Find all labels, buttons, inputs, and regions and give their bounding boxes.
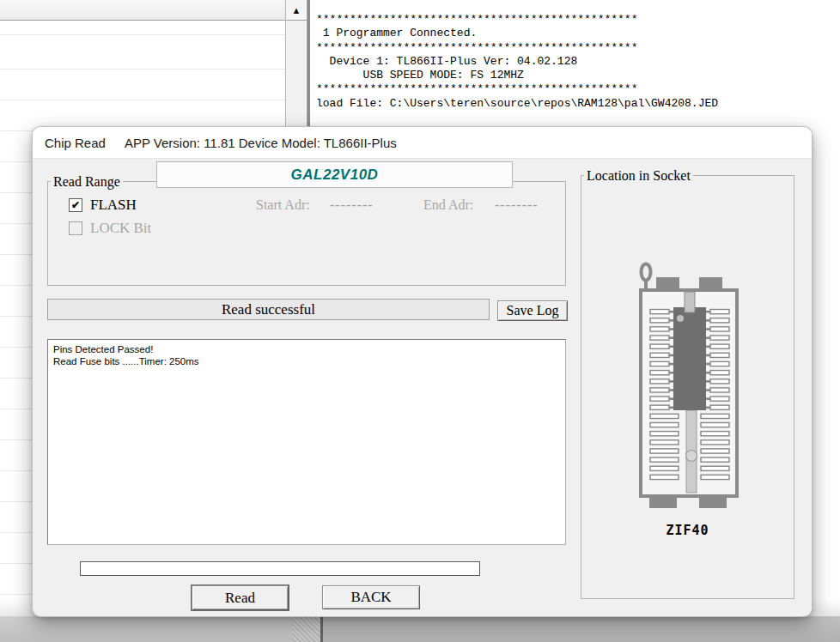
flash-checkbox[interactable]: ✔: [69, 198, 82, 212]
zif-socket-svg: [633, 258, 745, 516]
socket-pin: [701, 466, 729, 470]
log-output-area[interactable]: Pins Detected Passed! Read Fuse bits ...…: [47, 339, 566, 545]
console-line: USB SPEED MODE: FS 12MHZ: [316, 69, 840, 82]
socket-pin: [710, 344, 729, 348]
socket-pin: [710, 379, 729, 384]
socket-pin: [650, 414, 679, 418]
socket-pin: [650, 353, 669, 357]
dialog-app-info: APP Version: 11.81 Device Model: TL866II…: [125, 136, 397, 150]
lock-bit-checkbox: [69, 221, 82, 235]
socket-bottom-tab: [699, 496, 727, 508]
socket-lever-icon: [642, 264, 651, 281]
scroll-up-button[interactable]: ▲: [286, 0, 307, 21]
socket-pin: [650, 457, 679, 462]
chip-top-handle: [685, 292, 695, 312]
dialog-titlebar[interactable]: Chip Read APP Version: 11.81 Device Mode…: [33, 127, 812, 159]
read-range-legend: Read Range: [51, 174, 123, 190]
start-adr-value: --------: [330, 197, 374, 213]
socket-pin: [701, 457, 729, 462]
checkmark-icon: ✔: [71, 200, 80, 210]
location-legend: Location in Socket: [584, 168, 693, 184]
socket-pin: [710, 310, 729, 314]
socket-pin: [650, 405, 669, 409]
status-bar: Read successful: [47, 299, 490, 320]
socket-pin: [710, 327, 729, 331]
socket-pin: [710, 361, 729, 366]
socket-pin: [650, 361, 669, 366]
socket-pin: [650, 310, 669, 314]
socket-pin: [710, 397, 729, 401]
log-line: Read Fuse bits ......Timer: 250ms: [53, 355, 560, 367]
bottom-strip-left: [0, 616, 292, 642]
console-line: ****************************************…: [316, 82, 840, 96]
console-line: load File: C:\Users\teren\source\repos\R…: [316, 97, 840, 111]
lock-bit-checkbox-row: LOCK Bit: [69, 220, 151, 237]
location-in-socket-group: Location in Socket: [581, 175, 794, 599]
end-adr-label: End Adr:: [423, 197, 473, 213]
log-line: Pins Detected Passed!: [53, 343, 560, 355]
socket-pin: [650, 371, 669, 375]
scrollbar-corner-dither: [292, 616, 320, 642]
scroll-up-icon: ▲: [292, 5, 301, 15]
console-line: ****************************************…: [316, 13, 840, 27]
chip-read-dialog: Chip Read APP Version: 11.81 Device Mode…: [33, 127, 812, 616]
socket-pin: [650, 379, 669, 384]
socket-pin: [710, 353, 729, 357]
socket-top-tab: [699, 277, 722, 290]
console-line: ****************************************…: [316, 41, 840, 55]
socket-pin: [650, 449, 679, 453]
socket-pin: [650, 344, 669, 348]
socket-pin: [710, 388, 729, 392]
socket-bottom-tab: [649, 496, 677, 508]
socket-pin: [650, 432, 679, 436]
socket-pin: [650, 422, 679, 427]
back-button[interactable]: BACK: [322, 585, 420, 609]
progress-bar: [80, 561, 480, 576]
socket-pin: [710, 318, 729, 323]
socket-pin: [650, 327, 669, 331]
socket-pin: [701, 414, 729, 418]
inserted-chip: [673, 307, 706, 410]
read-range-group: Read Range ✔ FLASH LOCK Bit Start Adr: -…: [47, 181, 566, 286]
socket-pin: [710, 405, 729, 409]
socket-name-label: ZIF40: [581, 523, 794, 538]
read-button[interactable]: Read: [192, 585, 289, 610]
console-line: 1 Programmer Connected.: [316, 27, 840, 40]
socket-pin: [650, 440, 679, 445]
dialog-title: Chip Read: [45, 136, 106, 150]
dialog-body: GAL22V10D Read Range ✔ FLASH LOCK Bit St…: [33, 159, 812, 616]
chip-pin1-dot-icon: [677, 315, 684, 322]
socket-center-screw: [686, 451, 697, 462]
socket-pin: [650, 397, 669, 401]
console-line: Device 1: TL866II-Plus Ver: 04.02.128: [316, 55, 840, 69]
socket-pin: [650, 475, 679, 479]
socket-pin: [650, 388, 669, 392]
end-adr-value: --------: [495, 197, 539, 213]
start-adr-label: Start Adr:: [256, 197, 310, 213]
flash-checkbox-row: ✔ FLASH: [69, 197, 137, 214]
chip-name-tab: GAL22V10D: [156, 161, 513, 188]
bottom-strip-right: [323, 616, 840, 642]
socket-pin: [710, 371, 729, 375]
save-log-button[interactable]: Save Log: [497, 300, 568, 321]
socket-pin: [650, 466, 679, 470]
lock-bit-label: LOCK Bit: [90, 220, 151, 237]
socket-pin: [650, 318, 669, 323]
socket-pin: [701, 432, 729, 436]
socket-top-tab: [656, 277, 679, 290]
socket-pin: [701, 449, 729, 453]
socket-pin: [701, 440, 729, 445]
socket-pin: [701, 475, 729, 479]
socket-pin: [710, 336, 729, 340]
socket-pin: [650, 336, 669, 340]
zif-socket-graphic: [633, 258, 745, 516]
flash-label: FLASH: [90, 197, 137, 214]
socket-pin: [701, 422, 729, 427]
table-header-band: [0, 0, 285, 21]
